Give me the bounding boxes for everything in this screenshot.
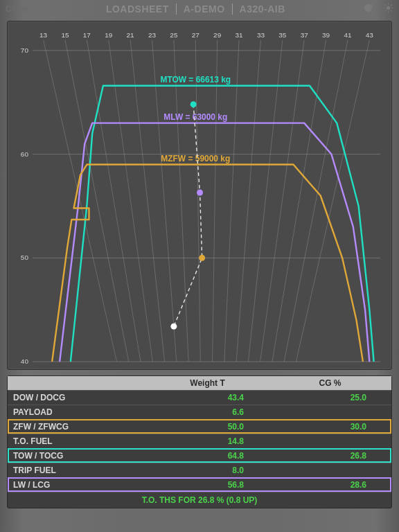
svg-line-35 bbox=[224, 40, 239, 362]
cg-envelope-chart: 4050607013151719212325272931333537394143… bbox=[7, 21, 392, 370]
row-cg: 30.0 bbox=[269, 420, 391, 434]
row-label: PAYLOAD bbox=[8, 405, 146, 419]
close-button[interactable]: Close bbox=[6, 4, 28, 14]
svg-text:31: 31 bbox=[235, 31, 243, 39]
row-cg bbox=[269, 463, 391, 477]
chart-canvas: 4050607013151719212325272931333537394143… bbox=[15, 28, 384, 366]
point-tow bbox=[190, 101, 197, 107]
svg-text:27: 27 bbox=[192, 31, 200, 39]
svg-line-47 bbox=[296, 40, 369, 362]
table-row: LW / LCG56.828.6 bbox=[8, 477, 391, 492]
svg-text:19: 19 bbox=[105, 31, 113, 39]
row-weight: 14.8 bbox=[146, 434, 269, 448]
svg-text:25: 25 bbox=[170, 31, 178, 39]
top-bar: Close LOADSHEET A-DEMO A320-AIB bbox=[0, 0, 399, 18]
point-zfw bbox=[199, 255, 205, 261]
svg-line-6 bbox=[391, 10, 391, 11]
row-cg bbox=[269, 434, 391, 448]
table-row: TOW / TOCG64.826.8 bbox=[8, 448, 391, 463]
svg-line-45 bbox=[284, 40, 348, 362]
svg-line-29 bbox=[174, 40, 188, 362]
ths-footer: T.O. THS FOR 26.8 % (0.8 UP) bbox=[8, 492, 391, 508]
svg-line-43 bbox=[272, 40, 326, 362]
svg-line-27 bbox=[152, 40, 177, 362]
svg-line-17 bbox=[44, 40, 117, 362]
svg-line-21 bbox=[87, 40, 141, 362]
svg-text:50: 50 bbox=[21, 254, 29, 261]
col-weight: Weight T bbox=[146, 376, 269, 390]
table-row: DOW / DOCG43.425.0 bbox=[8, 390, 391, 405]
brightness-icon[interactable] bbox=[383, 3, 393, 16]
svg-line-31 bbox=[195, 40, 200, 362]
svg-text:13: 13 bbox=[39, 31, 48, 39]
svg-line-25 bbox=[130, 40, 164, 362]
col-cg: CG % bbox=[269, 376, 391, 390]
svg-text:60: 60 bbox=[21, 150, 29, 158]
row-weight: 64.8 bbox=[146, 449, 269, 463]
row-cg: 25.0 bbox=[269, 391, 391, 405]
svg-text:21: 21 bbox=[127, 31, 135, 39]
svg-line-7 bbox=[385, 10, 386, 11]
svg-line-41 bbox=[260, 40, 305, 362]
svg-text:17: 17 bbox=[83, 31, 91, 39]
table-row: TRIP FUEL8.0 bbox=[8, 463, 391, 477]
svg-line-33 bbox=[213, 40, 218, 362]
breadcrumb: LOADSHEET A-DEMO A320-AIB bbox=[28, 3, 363, 15]
svg-text:40: 40 bbox=[21, 357, 29, 365]
svg-text:70: 70 bbox=[21, 46, 29, 54]
svg-point-0 bbox=[387, 6, 390, 10]
table-row: ZFW / ZFWCG50.030.0 bbox=[8, 419, 391, 434]
table-row: PAYLOAD6.6 bbox=[8, 405, 391, 419]
point-dow bbox=[170, 323, 177, 330]
row-label: DOW / DOCG bbox=[8, 391, 146, 405]
envelope-label-mzfw: MZFW = 59000 kg bbox=[161, 154, 230, 163]
refresh-icon[interactable] bbox=[363, 3, 373, 16]
table-row: T.O. FUEL14.8 bbox=[8, 434, 391, 448]
row-cg: 28.6 bbox=[269, 478, 391, 492]
svg-text:33: 33 bbox=[257, 31, 265, 39]
svg-line-5 bbox=[385, 4, 386, 5]
table-header: Weight T CG % bbox=[8, 376, 391, 390]
svg-text:43: 43 bbox=[366, 31, 374, 39]
row-weight: 8.0 bbox=[146, 463, 269, 477]
svg-text:35: 35 bbox=[278, 31, 287, 39]
crumb-demo[interactable]: A-DEMO bbox=[176, 3, 232, 15]
row-label: TRIP FUEL bbox=[8, 463, 146, 477]
row-label: TOW / TOCG bbox=[8, 449, 146, 463]
row-weight: 43.4 bbox=[146, 391, 269, 405]
svg-text:37: 37 bbox=[301, 31, 309, 39]
weight-table: Weight T CG % DOW / DOCG43.425.0PAYLOAD6… bbox=[7, 375, 392, 508]
svg-text:29: 29 bbox=[213, 31, 222, 39]
row-cg bbox=[269, 405, 391, 419]
svg-text:15: 15 bbox=[61, 31, 69, 39]
row-cg: 26.8 bbox=[269, 449, 391, 463]
row-weight: 50.0 bbox=[146, 420, 269, 434]
point-lw bbox=[197, 190, 203, 196]
svg-text:41: 41 bbox=[344, 31, 352, 39]
svg-line-39 bbox=[248, 40, 282, 362]
row-weight: 6.6 bbox=[146, 405, 269, 419]
row-weight: 56.8 bbox=[146, 478, 269, 492]
row-label: ZFW / ZFWCG bbox=[8, 420, 146, 434]
envelope-label-mlw: MLW = 63000 kg bbox=[163, 112, 227, 122]
svg-text:23: 23 bbox=[148, 31, 157, 39]
row-label: LW / LCG bbox=[8, 478, 146, 492]
crumb-aircraft[interactable]: A320-AIB bbox=[232, 3, 292, 15]
svg-line-23 bbox=[109, 40, 153, 362]
crumb-loadsheet[interactable]: LOADSHEET bbox=[99, 3, 176, 15]
svg-text:39: 39 bbox=[322, 31, 330, 39]
row-label: T.O. FUEL bbox=[8, 434, 146, 448]
svg-line-8 bbox=[391, 4, 391, 5]
envelope-label-mtow: MTOW = 66613 kg bbox=[160, 75, 231, 85]
svg-line-37 bbox=[236, 40, 260, 362]
